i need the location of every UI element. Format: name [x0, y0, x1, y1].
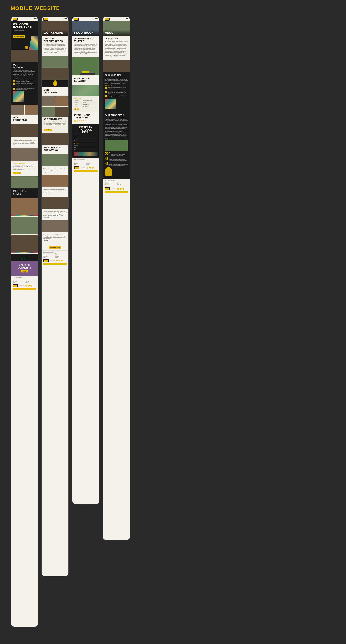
food-truck-title: FOOD TRUCK: [74, 32, 97, 34]
food-images-row: [11, 104, 38, 114]
goals-label: OUR GOALS: [13, 78, 36, 79]
p4-nav-about[interactable]: About: [104, 186, 116, 186]
about-mission-text: The Potluck Truck provides culinary trai…: [105, 77, 128, 84]
program-img-4: [55, 106, 68, 116]
menu-card: ERITREANPOTLUCKMENU MAINS Zigni Misir Wa…: [72, 124, 99, 158]
p4-nav-home[interactable]: Home: [104, 182, 116, 182]
menu-item-tibs: Tibs: [74, 140, 98, 142]
p4-gold-bar: [104, 191, 128, 193]
phone-4-hamburger[interactable]: [126, 18, 128, 20]
p4-facebook-icon[interactable]: f: [117, 188, 119, 190]
cuisine-value: Eritrean: [82, 101, 97, 103]
chef-card-1: [11, 198, 38, 216]
p3-nav-workshops[interactable]: Workshops: [74, 162, 86, 163]
testimonial-author-2: - Maria Fernandez: [43, 194, 67, 194]
read-reviews-section: Read More Reviews: [42, 244, 68, 250]
chef-preview-image: [11, 176, 38, 188]
schedule-social-fb[interactable]: f: [74, 108, 76, 110]
footer-nav-contact[interactable]: Contact Us: [25, 281, 36, 282]
dropin-section: DROP-IN SESSIONS Not everyone is able to…: [11, 161, 38, 176]
p3-nav-home[interactable]: Home: [74, 160, 86, 162]
phone-1-footer: WELCOME EXPERIENCE Home Partners Worksho…: [11, 276, 38, 291]
p2-facebook-icon[interactable]: f: [56, 260, 58, 262]
p2-nav-about[interactable]: About: [43, 257, 55, 258]
footer-nav-faq[interactable]: FAQ: [25, 280, 36, 280]
p4-nav-contact[interactable]: Contact Us: [117, 184, 128, 185]
about-title: ABOUT: [105, 32, 128, 34]
p2-nav-contact[interactable]: Contact Us: [55, 256, 67, 257]
footer-nav-about[interactable]: About: [12, 282, 24, 283]
p3-facebook-icon[interactable]: f: [87, 167, 88, 168]
intensive-learn-more[interactable]: Learn More: [44, 128, 52, 131]
social-label: Social Links: [20, 285, 24, 286]
p4-instagram-icon[interactable]: ig: [120, 188, 122, 190]
p2-nav-foodtruck[interactable]: Food Truck: [43, 256, 55, 257]
p3-twitter-icon[interactable]: tw: [92, 167, 93, 168]
p3-nav-careers[interactable]: Careers: [86, 164, 98, 165]
p2-nav-careers[interactable]: Careers: [55, 257, 67, 258]
goal-item-2: 2 To help refugees have the knowledge an…: [13, 83, 36, 86]
p3-nav-foodtruck[interactable]: Food Truck: [74, 163, 86, 164]
phone-value: 000-000-0000: [82, 105, 97, 107]
p4-nav-careers[interactable]: Careers: [117, 186, 128, 186]
instagram-icon[interactable]: ig: [28, 285, 30, 286]
chef-card-3: [11, 235, 38, 253]
phone2-footer-label: WELCOME EXPERIENCE: [43, 252, 67, 253]
footer-nav-home[interactable]: Home: [12, 278, 24, 279]
learn-more-button[interactable]: Learn More: [13, 172, 21, 174]
mission-title: OURMISSION: [13, 64, 36, 69]
explore-workshops-button[interactable]: Explore Workshops: [13, 35, 25, 38]
about-culture-illustration: [105, 99, 116, 110]
p3-nav-about[interactable]: About: [74, 164, 86, 165]
p4-social-label: Social Links: [112, 188, 116, 189]
p4-nav-partners[interactable]: Partners: [117, 182, 128, 182]
hero-food-image: [11, 50, 38, 62]
p2-nav-workshops[interactable]: Workshops: [43, 255, 55, 256]
p4-nav-faq[interactable]: FAQ: [117, 183, 128, 184]
intensive-section: 6 MONTH INTENSIVE Our primary culinary p…: [11, 137, 38, 148]
footer-nav-workshops[interactable]: Workshops: [12, 280, 24, 280]
welcome-subtitle: Connecting cultures and communities thro…: [13, 30, 27, 33]
p3-nav-contact[interactable]: Contact Us: [86, 163, 98, 164]
p2-nav-home[interactable]: Home: [43, 254, 55, 254]
phone-3-screen: FOOD TRUCK A COMMUNITY ONWHEELS Are you …: [72, 17, 99, 504]
phone-3: FOOD TRUCK A COMMUNITY ONWHEELS Are you …: [72, 16, 99, 504]
twitter-icon[interactable]: tw: [30, 285, 32, 286]
read-more-reviews-button[interactable]: Read More Reviews: [49, 246, 61, 249]
footer-nav-careers[interactable]: Careers: [25, 282, 36, 283]
p3-social-label: Social Links: [81, 167, 85, 168]
read-more-stories-button[interactable]: Read More Stories: [19, 257, 30, 259]
intensive-label: 6 MONTH INTENSIVE: [13, 138, 36, 140]
menu-item-fatira: Fatira: [74, 146, 98, 148]
p4-nav-workshops[interactable]: Workshops: [104, 183, 116, 184]
menu-item-zigni: Zigni: [74, 136, 98, 138]
footer-nav-partners[interactable]: Partners: [25, 278, 36, 279]
p3-nav-faq[interactable]: FAQ: [86, 162, 98, 163]
testimonial-text-3: "The drop-in sessions have been a great …: [43, 211, 67, 216]
about-goal-text-3: To connect our Vancouver community to ma…: [108, 95, 128, 98]
footer-nav-foodtruck[interactable]: Food Truck: [12, 281, 24, 282]
schedule-social: f ig: [74, 108, 97, 110]
join-us-button[interactable]: Join Us: [21, 270, 28, 272]
phone-4-footer: WELCOME EXPERIENCE Home Partners Worksho…: [103, 179, 130, 194]
phone-3-hamburger[interactable]: [95, 18, 98, 20]
phone3-social-row: Social Links f ig tw: [74, 166, 98, 169]
p3-instagram-icon[interactable]: ig: [89, 167, 91, 168]
about-mission-section: OUR MISSION The Potluck Truck provides c…: [103, 72, 130, 112]
p2-nav-faq[interactable]: FAQ: [55, 255, 67, 256]
p3-nav-partners[interactable]: Partners: [86, 160, 98, 162]
p2-twitter-icon[interactable]: tw: [61, 260, 63, 262]
hamburger-menu-icon[interactable]: [34, 18, 36, 20]
p4-twitter-icon[interactable]: tw: [122, 188, 124, 190]
phone4-footer-label: WELCOME EXPERIENCE: [104, 180, 128, 181]
p4-nav-foodtruck[interactable]: Food Truck: [104, 184, 116, 185]
schedule-social-ig[interactable]: ig: [77, 108, 79, 110]
goal-text-2: To help refugees have the knowledge and …: [16, 83, 36, 86]
facebook-icon[interactable]: f: [25, 285, 27, 286]
menu-item-shiro: Shiro: [74, 148, 98, 150]
phone4-footer-nav: Home Partners Workshops FAQ Food Truck C…: [104, 182, 128, 186]
testimonial-2: "I didn't end up creating my own busines…: [42, 188, 68, 196]
p2-instagram-icon[interactable]: ig: [58, 260, 60, 262]
phone-2-hamburger[interactable]: [64, 18, 67, 20]
p2-nav-partners[interactable]: Partners: [55, 254, 67, 254]
